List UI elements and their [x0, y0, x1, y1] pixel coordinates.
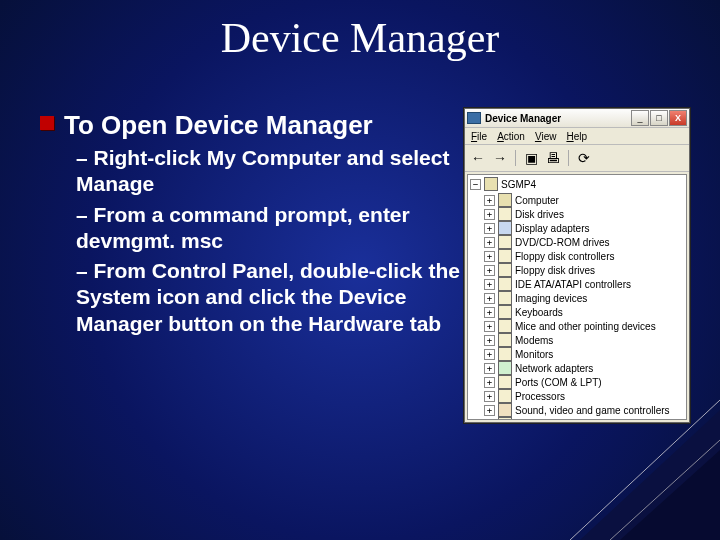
expand-icon[interactable]: + — [484, 391, 495, 402]
tree-item[interactable]: +Monitors — [484, 347, 684, 361]
expand-icon[interactable]: + — [484, 293, 495, 304]
computer-icon — [484, 177, 498, 191]
expand-icon[interactable]: + — [484, 321, 495, 332]
expand-icon[interactable]: + — [484, 405, 495, 416]
menu-help[interactable]: Help — [566, 131, 587, 142]
tree-item[interactable]: +Modems — [484, 333, 684, 347]
device-category-icon — [498, 207, 512, 221]
refresh-icon[interactable]: ⟳ — [575, 149, 593, 167]
titlebar-left: Device Manager — [467, 112, 561, 124]
menu-action[interactable]: Action — [497, 131, 525, 142]
tree-item[interactable]: +DVD/CD-ROM drives — [484, 235, 684, 249]
back-icon[interactable]: ← — [469, 149, 487, 167]
svg-line-1 — [610, 440, 720, 540]
window-controls: _ □ X — [631, 110, 687, 126]
heading-text: To Open Device Manager — [64, 110, 373, 141]
tree-item[interactable]: +Display adapters — [484, 221, 684, 235]
tree-item[interactable]: +Processors — [484, 389, 684, 403]
forward-icon[interactable]: → — [491, 149, 509, 167]
device-category-icon — [498, 319, 512, 333]
device-category-icon — [498, 263, 512, 277]
expand-icon[interactable]: + — [484, 251, 495, 262]
device-category-icon — [498, 375, 512, 389]
tree-item-label: Imaging devices — [515, 293, 587, 304]
tree-item-label: Storage volumes — [515, 419, 590, 421]
expand-icon[interactable]: + — [484, 223, 495, 234]
device-category-icon — [498, 235, 512, 249]
expand-icon[interactable]: + — [484, 307, 495, 318]
tree-root[interactable]: − SGMP4 — [470, 177, 684, 191]
tree-item-label: Ports (COM & LPT) — [515, 377, 602, 388]
device-category-icon — [498, 193, 512, 207]
expand-icon[interactable]: + — [484, 265, 495, 276]
expand-icon[interactable]: + — [484, 377, 495, 388]
expand-icon[interactable]: + — [484, 237, 495, 248]
device-manager-window: Device Manager _ □ X File Action View He… — [464, 108, 690, 423]
minimize-button[interactable]: _ — [631, 110, 649, 126]
toolbar-divider — [515, 150, 516, 166]
app-icon — [467, 112, 481, 124]
slide: Device Manager To Open Device Manager – … — [0, 0, 720, 540]
tree-item[interactable]: +Sound, video and game controllers — [484, 403, 684, 417]
expand-icon[interactable]: + — [484, 363, 495, 374]
tree-item[interactable]: +Floppy disk drives — [484, 263, 684, 277]
device-category-icon — [498, 361, 512, 375]
device-category-icon — [498, 347, 512, 361]
maximize-button[interactable]: □ — [650, 110, 668, 126]
device-category-icon — [498, 333, 512, 347]
tree-item-label: Display adapters — [515, 223, 589, 234]
slide-content: To Open Device Manager – Right-click My … — [40, 110, 460, 337]
up-icon[interactable]: ▣ — [522, 149, 540, 167]
tree-item-label: Floppy disk drives — [515, 265, 595, 276]
tree-item-label: DVD/CD-ROM drives — [515, 237, 609, 248]
root-label: SGMP4 — [501, 179, 536, 190]
tree-item-label: Mice and other pointing devices — [515, 321, 656, 332]
slide-title: Device Manager — [0, 14, 720, 62]
tree-item[interactable]: +Network adapters — [484, 361, 684, 375]
menubar: File Action View Help — [465, 128, 689, 145]
expand-icon[interactable]: + — [484, 349, 495, 360]
tree-item[interactable]: +Floppy disk controllers — [484, 249, 684, 263]
toolbar: ← → ▣ 🖶 ⟳ — [465, 145, 689, 172]
tree-item[interactable]: +Keyboards — [484, 305, 684, 319]
tree-item[interactable]: +Disk drives — [484, 207, 684, 221]
device-tree[interactable]: − SGMP4 +Computer+Disk drives+Display ad… — [467, 174, 687, 420]
device-category-icon — [498, 221, 512, 235]
tree-item[interactable]: +Imaging devices — [484, 291, 684, 305]
bullet-2: – From a command prompt, enter devmgmt. … — [76, 202, 460, 255]
device-category-icon — [498, 417, 512, 420]
expand-icon[interactable]: + — [484, 279, 495, 290]
bullet-3: – From Control Panel, double-click the S… — [76, 258, 460, 337]
print-icon[interactable]: 🖶 — [544, 149, 562, 167]
tree-item[interactable]: +Mice and other pointing devices — [484, 319, 684, 333]
expand-icon[interactable]: + — [484, 195, 495, 206]
expand-icon[interactable]: + — [484, 209, 495, 220]
tree-item-label: Keyboards — [515, 307, 563, 318]
tree-item-label: Modems — [515, 335, 553, 346]
titlebar: Device Manager _ □ X — [465, 109, 689, 128]
tree-item[interactable]: +IDE ATA/ATAPI controllers — [484, 277, 684, 291]
device-category-icon — [498, 389, 512, 403]
toolbar-divider — [568, 150, 569, 166]
close-button[interactable]: X — [669, 110, 687, 126]
bullet-icon — [40, 116, 54, 130]
device-category-icon — [498, 305, 512, 319]
tree-item[interactable]: +Storage volumes — [484, 417, 684, 420]
device-category-icon — [498, 291, 512, 305]
tree-item-label: Monitors — [515, 349, 553, 360]
tree-item[interactable]: +Ports (COM & LPT) — [484, 375, 684, 389]
bullet-1: – Right-click My Computer and select Man… — [76, 145, 460, 198]
tree-item-label: Processors — [515, 391, 565, 402]
tree-item[interactable]: +Computer — [484, 193, 684, 207]
expand-icon[interactable]: + — [484, 419, 495, 421]
tree-item-label: Computer — [515, 195, 559, 206]
tree-item-label: IDE ATA/ATAPI controllers — [515, 279, 631, 290]
collapse-icon[interactable]: − — [470, 179, 481, 190]
expand-icon[interactable]: + — [484, 335, 495, 346]
menu-view[interactable]: View — [535, 131, 557, 142]
device-category-icon — [498, 277, 512, 291]
device-category-icon — [498, 403, 512, 417]
device-category-icon — [498, 249, 512, 263]
tree-item-label: Floppy disk controllers — [515, 251, 614, 262]
menu-file[interactable]: File — [471, 131, 487, 142]
